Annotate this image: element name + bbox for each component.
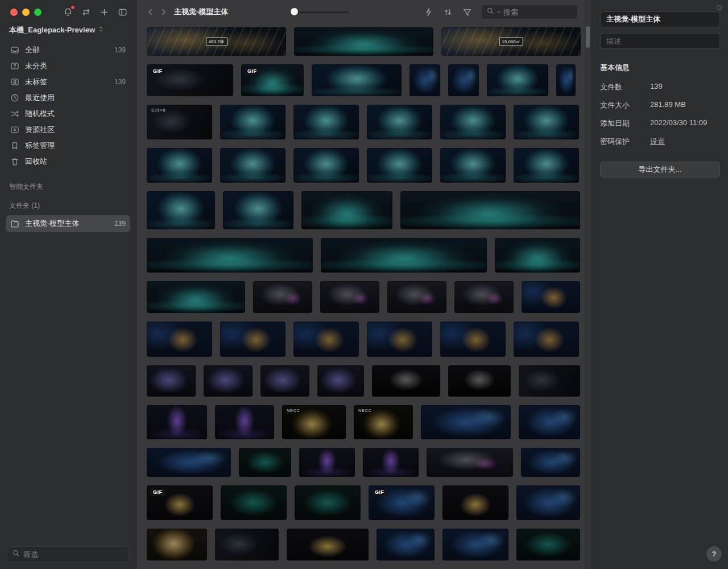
gallery-thumbnail[interactable]: GIF	[147, 485, 213, 520]
gallery-thumbnail[interactable]: GIF	[369, 485, 435, 520]
scrollbar[interactable]	[585, 0, 592, 569]
search-input[interactable]	[503, 8, 573, 17]
gallery-thumbnail[interactable]	[440, 105, 506, 139]
gallery-thumbnail[interactable]	[220, 105, 286, 139]
gallery-thumbnail[interactable]	[448, 365, 511, 397]
sidebar-item-uncategorized[interactable]: 未分类	[6, 58, 130, 74]
forward-button[interactable]	[157, 6, 169, 18]
notifications-button[interactable]	[63, 7, 73, 17]
gallery-thumbnail[interactable]	[367, 148, 432, 183]
gallery-thumbnail[interactable]	[317, 365, 364, 397]
slider-knob[interactable]	[291, 8, 298, 15]
gallery-thumbnail[interactable]: S26>6	[147, 105, 212, 139]
gallery-thumbnail[interactable]	[147, 321, 212, 357]
gallery-thumbnail[interactable]	[427, 448, 513, 477]
gallery-thumbnail[interactable]	[239, 448, 291, 477]
gallery-thumbnail[interactable]	[221, 485, 287, 520]
gallery-thumbnail[interactable]	[147, 148, 212, 183]
gallery-thumbnail[interactable]	[514, 148, 579, 183]
gallery-thumbnail[interactable]	[516, 485, 580, 520]
gallery-thumbnail[interactable]	[299, 448, 355, 477]
sidebar-item-community[interactable]: 资源社区	[6, 122, 130, 138]
gallery-thumbnail[interactable]	[440, 321, 506, 357]
gallery-thumbnail[interactable]	[522, 281, 580, 313]
gallery-thumbnail[interactable]	[293, 148, 359, 183]
gallery-thumbnail[interactable]	[320, 281, 379, 313]
gallery-thumbnail[interactable]	[294, 27, 433, 56]
gallery-thumbnail[interactable]	[442, 485, 508, 520]
gallery-thumbnail[interactable]	[220, 148, 286, 183]
sort-button[interactable]	[440, 5, 455, 19]
folder-description-input[interactable]	[600, 33, 720, 49]
sidebar-item-untagged[interactable]: 未标签 139	[6, 74, 130, 90]
thumbnail-size-slider[interactable]	[289, 8, 349, 16]
gallery-thumbnail[interactable]	[514, 105, 579, 139]
sidebar-item-folder-selected[interactable]: 主视觉-模型主体 139	[6, 215, 130, 232]
gallery-thumbnail[interactable]	[556, 64, 576, 96]
sidebar-item-recent[interactable]: 最近使用	[6, 90, 130, 106]
sidebar-item-trash[interactable]: 回收站	[6, 154, 130, 170]
gallery-thumbnail[interactable]	[514, 321, 579, 357]
folder-name-input[interactable]	[600, 11, 720, 27]
gallery-thumbnail[interactable]	[295, 485, 361, 520]
gallery-thumbnail[interactable]	[440, 148, 506, 183]
gallery-thumbnail[interactable]	[495, 238, 580, 273]
gallery-thumbnail[interactable]: GIF	[241, 64, 304, 96]
minimize-window-button[interactable]	[22, 9, 30, 16]
gallery-thumbnail[interactable]	[301, 191, 392, 229]
gallery-thumbnail[interactable]	[204, 365, 253, 397]
gallery-thumbnail[interactable]	[293, 105, 359, 139]
gallery-thumbnail[interactable]	[215, 405, 274, 439]
gallery-thumbnail[interactable]	[215, 529, 279, 560]
gallery-thumbnail[interactable]	[516, 529, 580, 560]
gallery-thumbnail[interactable]	[147, 529, 207, 560]
quick-actions-button[interactable]	[421, 5, 436, 19]
gallery-thumbnail[interactable]	[487, 64, 548, 96]
gallery-thumbnail[interactable]	[387, 281, 446, 313]
gallery-thumbnail[interactable]: GIF	[147, 64, 233, 96]
gallery-thumbnail[interactable]	[519, 365, 580, 397]
gallery-thumbnail[interactable]	[521, 448, 580, 477]
gallery-thumbnail[interactable]	[363, 448, 419, 477]
gallery-thumbnail[interactable]	[147, 365, 196, 397]
gallery-thumbnail[interactable]: 453.7米	[147, 27, 286, 56]
password-settings-link[interactable]: 设置	[650, 137, 665, 147]
help-button[interactable]: ?	[706, 546, 722, 562]
library-selector[interactable]: 本機_Eaglepack-Preview	[0, 24, 136, 40]
filter-input[interactable]	[23, 550, 124, 559]
gallery-thumbnail[interactable]	[293, 321, 359, 357]
gallery-thumbnail[interactable]	[442, 529, 508, 560]
add-button[interactable]	[100, 7, 110, 17]
chevron-down-icon[interactable]	[496, 7, 502, 17]
gallery-thumbnail[interactable]: NECC	[282, 405, 346, 439]
gallery-thumbnail[interactable]	[147, 448, 231, 477]
gallery-thumbnail[interactable]	[321, 238, 487, 273]
gallery-thumbnail[interactable]	[147, 238, 313, 273]
export-folder-button[interactable]: 导出文件夹...	[600, 162, 720, 178]
transfer-button[interactable]	[81, 7, 92, 17]
zoom-window-button[interactable]	[34, 9, 42, 16]
gallery-thumbnail[interactable]	[147, 281, 245, 313]
gallery-thumbnail[interactable]	[220, 321, 286, 357]
sidebar-item-tags[interactable]: 标签管理	[6, 138, 130, 154]
back-button[interactable]	[144, 6, 157, 18]
gallery-thumbnail[interactable]	[410, 64, 440, 96]
gallery-thumbnail[interactable]	[287, 529, 369, 560]
gallery-thumbnail[interactable]	[519, 405, 580, 439]
gallery-thumbnail[interactable]	[253, 281, 312, 313]
gallery-thumbnail[interactable]	[367, 321, 432, 357]
sidebar-item-all[interactable]: 全部 139	[6, 42, 130, 58]
gallery-thumbnail[interactable]: NECC	[354, 405, 413, 439]
gallery-thumbnail[interactable]	[421, 405, 511, 439]
gallery-thumbnail[interactable]	[454, 281, 514, 313]
gallery-thumbnail[interactable]	[400, 191, 580, 229]
filter-button[interactable]	[460, 5, 474, 19]
gallery-thumbnail[interactable]	[147, 405, 207, 439]
gallery-thumbnail[interactable]	[260, 365, 309, 397]
layout-toggle-button[interactable]	[118, 7, 128, 17]
gallery-thumbnail[interactable]	[377, 529, 435, 560]
scrollbar-thumb[interactable]	[586, 26, 590, 48]
gallery-thumbnail[interactable]	[147, 191, 215, 229]
gallery-thumbnail[interactable]	[312, 64, 402, 96]
gallery-thumbnail[interactable]	[223, 191, 293, 229]
